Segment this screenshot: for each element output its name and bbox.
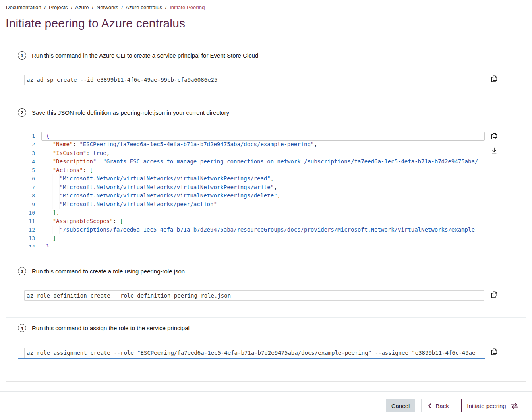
code-token-str: "Grants ESC access to manage peering con…	[103, 157, 478, 166]
page-title: Initiate peering to Azure centralus	[6, 17, 185, 30]
line-number: 2	[24, 140, 35, 149]
code-token-punc: ,	[271, 174, 274, 183]
code-token-punc: ,	[106, 149, 110, 157]
footer-divider	[0, 391, 532, 392]
breadcrumb-item-azure[interactable]: Azure	[75, 4, 89, 10]
code-line: "AssignableScopes": [	[46, 217, 485, 225]
code-token-str: "Microsoft.Network/virtualNetworks/virtu…	[60, 192, 277, 200]
indent-guide	[46, 192, 60, 200]
step-1-number: 1	[18, 51, 26, 60]
line-number: 3	[24, 149, 35, 157]
code-token-bracket: [	[90, 166, 93, 174]
code-line: "Actions": [	[46, 166, 485, 174]
copy-icon[interactable]	[489, 132, 499, 141]
code-line: "Microsoft.Network/virtualNetworks/virtu…	[46, 183, 485, 192]
line-number: 4	[24, 157, 35, 166]
code-token-punc: ,	[314, 140, 317, 149]
code-line: }	[46, 243, 485, 247]
line-number: 5	[24, 166, 35, 174]
code-token-key: "Name"	[53, 140, 73, 149]
line-number: 11	[24, 217, 35, 225]
line-number: 10	[24, 209, 35, 217]
code-line: "Name": "ESCPeering/fa7eed6a-1ec5-4efa-b…	[46, 140, 485, 149]
section-divider	[6, 261, 526, 261]
indent-guide	[46, 226, 60, 234]
download-icon[interactable]	[489, 146, 499, 155]
step-1-header: 1 Run this command in the Azure CLI to c…	[18, 51, 258, 60]
line-number: 6	[24, 174, 35, 183]
indent-guide	[46, 157, 53, 166]
step-4-command-input[interactable]	[24, 348, 484, 358]
code-token-punc: :	[83, 166, 90, 174]
code-line: "Microsoft.Network/virtualNetworks/peer/…	[46, 200, 485, 209]
code-token-kw: true	[93, 149, 106, 157]
code-area: {"Name": "ESCPeering/fa7eed6a-1ec5-4efa-…	[41, 132, 485, 247]
step-3-header: 3 Run this command to create a role usin…	[18, 267, 185, 275]
cancel-button[interactable]: Cancel	[386, 399, 415, 412]
code-line: "IsCustom": true,	[46, 149, 485, 157]
initiate-peering-button-label: Initiate peering	[467, 403, 506, 409]
line-number: 14	[24, 243, 35, 247]
code-token-key: "AssignableScopes"	[53, 217, 113, 225]
indent-guide	[46, 140, 53, 149]
breadcrumb: Documentation / Projects / Azure / Netwo…	[6, 4, 205, 10]
code-token-bracket: ]	[53, 234, 56, 242]
horizontal-scrollbar[interactable]	[18, 358, 485, 359]
step-1-command-input[interactable]	[24, 75, 484, 85]
indent-guide	[46, 209, 53, 217]
line-number: 7	[24, 183, 35, 192]
step-3-number: 3	[18, 267, 26, 275]
wizard-card: 1 Run this command in the Azure CLI to c…	[6, 39, 526, 382]
step-3-command-input[interactable]	[24, 290, 484, 301]
section-divider	[6, 101, 526, 101]
code-token-str: "ESCPeering/fa7eed6a-1ec5-4efa-b71a-b7d2…	[79, 140, 314, 149]
line-number: 9	[24, 200, 35, 209]
copy-icon[interactable]	[489, 74, 499, 84]
breadcrumb-separator: /	[90, 4, 95, 10]
code-token-punc: ,	[274, 183, 277, 192]
code-line: ],	[46, 209, 485, 217]
indent-guide	[46, 183, 60, 192]
line-number-gutter: 1234567891011121314	[24, 132, 41, 247]
copy-icon[interactable]	[489, 347, 499, 357]
indent-guide	[46, 174, 60, 183]
code-line: "Description": "Grants ESC access to man…	[46, 157, 485, 166]
copy-icon[interactable]	[489, 290, 499, 300]
code-token-punc: :	[86, 149, 93, 157]
chevron-left-icon	[428, 403, 432, 409]
code-token-punc: ,	[56, 209, 59, 217]
breadcrumb-item-azure-centralus[interactable]: Azure centralus	[126, 4, 162, 10]
indent-guide	[46, 217, 53, 225]
indent-guide	[46, 200, 60, 209]
breadcrumb-item-networks[interactable]: Networks	[97, 4, 118, 10]
line-number: 12	[24, 226, 35, 234]
step-4-number: 4	[18, 324, 26, 332]
code-line: ]	[46, 234, 485, 242]
line-number: 13	[24, 234, 35, 242]
code-token-str: "Microsoft.Network/virtualNetworks/virtu…	[60, 174, 271, 183]
breadcrumb-item-current: Initiate Peering	[170, 4, 205, 10]
step-4-header: 4 Run this command to assign the role to…	[18, 324, 190, 332]
code-token-key: "IsCustom"	[53, 149, 86, 157]
breadcrumb-item-projects[interactable]: Projects	[49, 4, 68, 10]
step-2-number: 2	[18, 108, 26, 117]
code-token-punc: ,	[277, 192, 281, 200]
swap-arrows-icon	[510, 403, 519, 409]
breadcrumb-item-documentation[interactable]: Documentation	[6, 4, 41, 10]
json-code-editor[interactable]: 1234567891011121314 {"Name": "ESCPeering…	[24, 132, 485, 247]
code-token-punc: :	[113, 217, 120, 225]
code-token-bracket: [	[120, 217, 123, 225]
code-line: {	[46, 132, 485, 140]
breadcrumb-separator: /	[43, 4, 47, 10]
step-2-header: 2 Save this JSON role definition as peer…	[18, 108, 229, 117]
code-token-punc: :	[96, 157, 103, 166]
back-button[interactable]: Back	[421, 399, 455, 412]
code-token-brace: {	[46, 132, 49, 140]
code-token-key: "Description"	[53, 157, 97, 166]
initiate-peering-button[interactable]: Initiate peering	[461, 399, 524, 412]
code-token-bracket: ]	[53, 209, 56, 217]
step-1-label: Run this command in the Azure CLI to cre…	[32, 52, 258, 59]
indent-guide	[46, 234, 53, 242]
step-3-label: Run this command to create a role using …	[32, 268, 185, 275]
section-divider	[6, 317, 526, 318]
